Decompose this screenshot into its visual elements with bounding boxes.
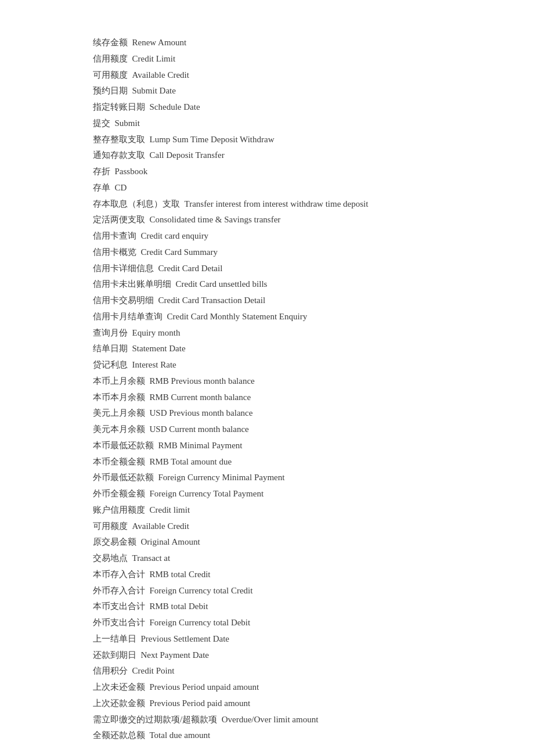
term-english: Credit Card Summary <box>141 247 218 257</box>
term-english: RMB Minimal Payment <box>158 441 243 450</box>
term-english: RMB Total amount due <box>150 457 232 466</box>
term-chinese: 续存金额 <box>93 38 128 47</box>
term-chinese: 结单日期 <box>93 344 128 353</box>
term-english: RMB total Debit <box>150 602 208 611</box>
list-item: 本币存入合计 RMB total Credit <box>93 567 488 583</box>
term-chinese: 全额还款总额 <box>93 730 145 740</box>
list-item: 上次未还金额 Previous Period unpaid amount <box>93 679 488 696</box>
list-item: 提交 Submit <box>93 116 488 132</box>
term-english: USD Current month balance <box>150 424 249 434</box>
term-english: Credit limit <box>150 505 190 514</box>
term-english: Credit Card Detail <box>158 264 223 273</box>
term-chinese: 本币最低还款额 <box>93 441 154 450</box>
term-english: Lump Sum Time Deposit Withdraw <box>150 135 275 144</box>
list-item: 信用卡概览 Credit Card Summary <box>93 244 488 261</box>
term-english: Overdue/Over limit amount <box>222 715 319 724</box>
list-item: 存本取息（利息）支取 Transfer interest from intere… <box>93 196 488 213</box>
term-english: Total due amount <box>150 730 211 740</box>
term-english: Original Amount <box>141 537 200 546</box>
list-item: 信用卡查询 Credit card enquiry <box>93 228 488 244</box>
term-list: 续存金额 Renew Amount信用额度 Credit Limit可用额度 A… <box>93 35 488 744</box>
term-english: RMB Previous month balance <box>150 376 255 386</box>
list-item: 账户信用额度 Credit limit <box>93 502 488 519</box>
term-chinese: 本币支出合计 <box>93 602 145 611</box>
term-chinese: 信用卡月结单查询 <box>93 312 163 321</box>
list-item: 可用额度 Available Credit <box>93 67 488 84</box>
term-chinese: 指定转账日期 <box>93 102 145 111</box>
term-english: Credit Limit <box>132 54 176 63</box>
list-item: 还款到期日 Next Payment Date <box>93 647 488 664</box>
term-chinese: 存单 <box>93 183 110 192</box>
term-english: Interest Rate <box>132 360 176 369</box>
term-chinese: 存本取息（利息）支取 <box>93 199 180 208</box>
list-item: 信用卡未出账单明细 Credit Card unsettled bills <box>93 276 488 293</box>
term-english: Credit card enquiry <box>141 231 209 240</box>
term-chinese: 外币存入合计 <box>93 586 145 595</box>
term-chinese: 还款到期日 <box>93 650 136 660</box>
list-item: 外币全额金额 Foreign Currency Total Payment <box>93 486 488 502</box>
list-item: 美元上月余额 USD Previous month balance <box>93 405 488 422</box>
term-chinese: 可用额度 <box>93 70 128 80</box>
term-chinese: 信用卡未出账单明细 <box>93 279 171 289</box>
term-english: Passbook <box>115 167 148 176</box>
list-item: 可用额度 Available Credit <box>93 519 488 535</box>
term-english: Previous Period unpaid amount <box>150 682 259 692</box>
term-chinese: 信用积分 <box>93 666 128 675</box>
term-chinese: 交易地点 <box>93 553 128 563</box>
term-english: Previous Period paid amount <box>150 699 251 708</box>
list-item: 本币全额金额 RMB Total amount due <box>93 454 488 470</box>
term-english: RMB Current month balance <box>150 393 251 402</box>
term-chinese: 信用卡查询 <box>93 231 136 240</box>
term-chinese: 可用额度 <box>93 521 128 531</box>
term-english: Credit Point <box>132 666 175 675</box>
term-chinese: 信用额度 <box>93 54 128 63</box>
term-chinese: 贷记利息 <box>93 360 128 369</box>
list-item: 信用卡交易明细 Credit Card Transaction Detail <box>93 293 488 309</box>
term-chinese: 上次未还金额 <box>93 682 145 692</box>
list-item: 外币存入合计 Foreign Currency total Credit <box>93 583 488 599</box>
term-english: Statement Date <box>132 344 186 353</box>
term-chinese: 本币上月余额 <box>93 376 145 386</box>
term-english: Foreign Currency Minimal Payment <box>158 473 285 482</box>
term-chinese: 需立即缴交的过期款项/超额款项 <box>93 715 217 724</box>
list-item: 全额还款总额 Total due amount <box>93 728 488 744</box>
term-chinese: 信用卡详细信息 <box>93 264 154 273</box>
term-chinese: 预约日期 <box>93 86 128 95</box>
term-english: CD <box>115 183 127 192</box>
term-chinese: 上次还款金额 <box>93 699 145 708</box>
list-item: 通知存款支取 Call Deposit Transfer <box>93 147 488 164</box>
list-item: 存单 CD <box>93 180 488 196</box>
term-chinese: 外币支出合计 <box>93 618 145 627</box>
list-item: 本币最低还款额 RMB Minimal Payment <box>93 438 488 454</box>
list-item: 上一结单日 Previous Settlement Date <box>93 631 488 647</box>
term-english: Submit <box>115 118 140 128</box>
list-item: 指定转账日期 Schedule Date <box>93 99 488 116</box>
term-chinese: 定活两便支取 <box>93 215 145 224</box>
list-item: 信用积分 Credit Point <box>93 663 488 679</box>
term-chinese: 信用卡交易明细 <box>93 296 154 305</box>
term-chinese: 整存整取支取 <box>93 135 145 144</box>
term-chinese: 美元上月余额 <box>93 408 145 417</box>
term-english: Next Payment Date <box>141 650 209 660</box>
term-english: Call Deposit Transfer <box>150 150 225 160</box>
term-chinese: 查询月份 <box>93 328 128 337</box>
term-chinese: 外币最低还款额 <box>93 473 154 482</box>
list-item: 本币本月余额 RMB Current month balance <box>93 390 488 406</box>
term-chinese: 信用卡概览 <box>93 247 136 257</box>
list-item: 续存金额 Renew Amount <box>93 35 488 51</box>
term-english: Credit Card Transaction Detail <box>158 296 266 305</box>
list-item: 信用额度 Credit Limit <box>93 51 488 67</box>
term-english: Foreign Currency total Debit <box>150 618 251 627</box>
list-item: 外币支出合计 Foreign Currency total Debit <box>93 615 488 631</box>
list-item: 结单日期 Statement Date <box>93 341 488 357</box>
term-english: Credit Card unsettled bills <box>176 279 268 289</box>
term-chinese: 外币全额金额 <box>93 489 145 498</box>
term-english: Available Credit <box>132 70 189 80</box>
term-chinese: 提交 <box>93 118 110 128</box>
list-item: 本币上月余额 RMB Previous month balance <box>93 373 488 390</box>
list-item: 本币支出合计 RMB total Debit <box>93 599 488 615</box>
term-english: Previous Settlement Date <box>141 634 229 643</box>
term-chinese: 账户信用额度 <box>93 505 145 514</box>
list-item: 定活两便支取 Consolidated time & Savings trans… <box>93 212 488 228</box>
term-chinese: 存折 <box>93 167 110 176</box>
